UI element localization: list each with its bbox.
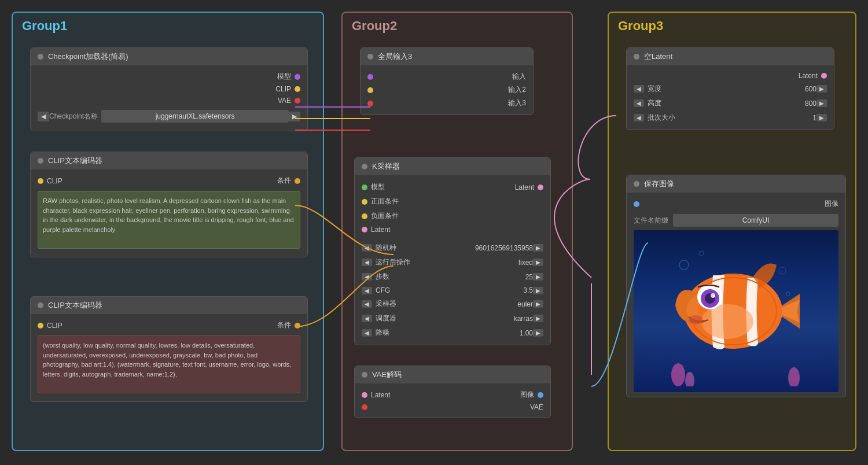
cfg-label: CFG xyxy=(376,286,390,294)
latent-output-label: Latent xyxy=(799,72,818,80)
denoise-arrow-left[interactable]: ◀ xyxy=(362,329,372,337)
after-arrow-right[interactable]: ▶ xyxy=(533,259,543,266)
vae-decode-title: VAE解码 xyxy=(372,370,402,380)
empty-latent-header: 空Latent xyxy=(627,48,834,65)
scheduler-value: karras xyxy=(514,315,533,323)
batch-arrow-right[interactable]: ▶ xyxy=(816,114,827,121)
clip-negative-title: CLIP文本编码器 xyxy=(48,300,102,311)
batch-arrow-left[interactable]: ◀ xyxy=(634,114,644,121)
svg-point-3 xyxy=(786,292,790,296)
node-ksampler: K采样器 模型 Latent 正面条件 xyxy=(354,157,551,345)
node-checkpoint: Checkpoint加载器(简易) 模型 CLIP VAE ◀ Checkpoi xyxy=(30,47,308,131)
sampler-label: 采样器 xyxy=(376,299,396,309)
scheduler-arrow-right[interactable]: ▶ xyxy=(533,315,543,322)
steps-arrow-right[interactable]: ▶ xyxy=(533,273,543,281)
after-label: 运行后操作 xyxy=(376,257,410,267)
input1-dot-left xyxy=(367,74,373,80)
ksampler-latent-output-label: Latent xyxy=(515,183,534,191)
ksampler-latent-out-dot xyxy=(538,184,543,190)
denoise-arrow-right[interactable]: ▶ xyxy=(533,329,543,337)
ksampler-negative-row: 负面条件 xyxy=(362,209,543,223)
height-arrow-right[interactable]: ▶ xyxy=(816,99,827,107)
group2: Group2 全局输入3 输入 输入2 输入3 xyxy=(341,12,573,451)
vae-decode-latent-label: Latent xyxy=(371,391,520,399)
vae-decode-latent-dot xyxy=(362,392,367,398)
sampler-arrow-left[interactable]: ◀ xyxy=(362,300,372,308)
clip-negative-text[interactable]: (worst quality, low quality, normal qual… xyxy=(38,335,300,393)
seed-arrow-right[interactable]: ▶ xyxy=(533,244,543,252)
global-input-header: 全局输入3 xyxy=(361,48,533,65)
scheduler-arrow-left[interactable]: ◀ xyxy=(362,315,372,322)
group3: Group3 空Latent Latent ◀ 宽度 600 ▶ xyxy=(608,12,856,451)
ksampler-positive-row: 正面条件 xyxy=(362,194,543,209)
ksampler-denoise-row: ◀ 降噪 1.00 ▶ xyxy=(362,326,543,340)
global-input-dot xyxy=(367,54,373,60)
cfg-arrow-right[interactable]: ▶ xyxy=(533,287,543,294)
model-output-row: 模型 xyxy=(38,70,300,83)
clip-positive-title: CLIP文本编码器 xyxy=(48,156,102,166)
ksampler-seed-row: ◀ 随机种 960162569135958 ▶ xyxy=(362,241,543,255)
empty-latent-title: 空Latent xyxy=(644,51,672,62)
sampler-arrow-right[interactable]: ▶ xyxy=(533,300,543,308)
checkpoint-body: 模型 CLIP VAE ◀ Checkpoint名称 juggernautXL.… xyxy=(31,65,307,131)
clip-negative-row: CLIP 条件 xyxy=(38,319,300,332)
vae-decode-dot xyxy=(362,372,367,378)
fish-svg xyxy=(667,236,806,386)
ksampler-cfg-row: ◀ CFG 3.5 ▶ xyxy=(362,284,543,297)
checkpoint-dot xyxy=(38,54,43,60)
clip-positive-text[interactable]: RAW photos, realistic, photo level reali… xyxy=(38,191,300,249)
group1-title: Group1 xyxy=(13,13,323,39)
global-input-title: 全局输入3 xyxy=(378,51,412,62)
latent-batch-row: ◀ 批次大小 1 ▶ xyxy=(634,110,827,125)
ksampler-sampler-row: ◀ 采样器 euler ▶ xyxy=(362,297,543,311)
group1: Group1 Checkpoint加载器(简易) 模型 CLIP VAE xyxy=(12,12,324,451)
height-arrow-left[interactable]: ◀ xyxy=(634,99,644,107)
save-filename-label: 文件名前缀 xyxy=(634,216,668,226)
save-image-input-label: 图像 xyxy=(825,199,838,209)
height-value: 800 xyxy=(805,99,816,108)
svg-point-9 xyxy=(701,304,753,339)
checkpoint-param-row: ◀ Checkpoint名称 juggernautXL.safetensors … xyxy=(38,110,300,123)
save-image-title: 保存图像 xyxy=(644,179,674,189)
ksampler-positive-label: 正面条件 xyxy=(371,197,399,206)
clip-negative-input-dot xyxy=(38,323,43,329)
seed-arrow-left[interactable]: ◀ xyxy=(362,244,372,252)
steps-arrow-left[interactable]: ◀ xyxy=(362,273,372,281)
ksampler-latent-input-label: Latent xyxy=(371,226,390,234)
node-save-image: 保存图像 图像 文件名前缀 ComfyUI xyxy=(626,175,846,397)
clip-negative-dot xyxy=(38,302,43,308)
batch-label: 批次大小 xyxy=(648,113,675,123)
save-image-header: 保存图像 xyxy=(627,175,845,193)
width-label: 宽度 xyxy=(648,84,661,94)
save-image-body: 图像 文件名前缀 ComfyUI xyxy=(627,193,845,397)
ksampler-steps-row: ◀ 步数 25 ▶ xyxy=(362,270,543,284)
clip-negative-header: CLIP文本编码器 xyxy=(31,297,307,314)
cfg-arrow-left[interactable]: ◀ xyxy=(362,287,372,294)
ksampler-model-label: 模型 xyxy=(371,182,385,192)
checkpoint-arrow-right[interactable]: ▶ xyxy=(289,112,300,121)
seed-value: 960162569135958 xyxy=(475,244,533,252)
save-image-preview xyxy=(634,230,838,392)
checkpoint-arrow-left[interactable]: ◀ xyxy=(38,112,49,121)
global-input-body: 输入 输入2 输入3 xyxy=(361,65,533,115)
input1-label: 输入 xyxy=(512,72,526,82)
after-value: fixed xyxy=(518,259,533,267)
input3-dot-left xyxy=(367,101,373,106)
ksampler-denoise-after-row: ◀ 运行后操作 fixed ▶ xyxy=(362,255,543,270)
vae-decode-vae-row: VAE xyxy=(362,401,543,413)
checkpoint-title: Checkpoint加载器(简易) xyxy=(48,51,128,62)
vae-decode-header: VAE解码 xyxy=(355,366,550,383)
denoise-value: 1.00 xyxy=(520,329,533,337)
vae-decode-latent-row: Latent 图像 xyxy=(362,388,543,401)
latent-width-row: ◀ 宽度 600 ▶ xyxy=(634,82,827,96)
vae-decode-vae-label: VAE xyxy=(530,403,543,411)
ksampler-positive-dot xyxy=(362,199,367,205)
ksampler-model-dot xyxy=(362,184,367,190)
vae-output-row: VAE xyxy=(38,95,300,106)
ksampler-negative-label: 负面条件 xyxy=(371,211,399,221)
sampler-value: euler xyxy=(517,300,533,308)
after-arrow-left[interactable]: ◀ xyxy=(362,259,372,266)
save-image-dot xyxy=(634,181,639,187)
width-arrow-left[interactable]: ◀ xyxy=(634,85,644,93)
width-arrow-right[interactable]: ▶ xyxy=(816,85,827,93)
